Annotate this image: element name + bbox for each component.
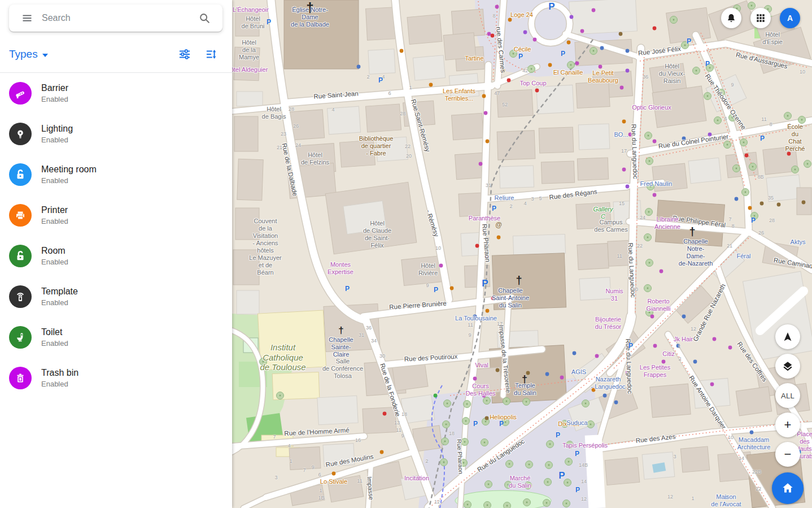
remote-device-icon: [9, 285, 32, 308]
list-item-status: Enabled: [41, 136, 73, 144]
layers-icon: [782, 360, 794, 372]
list-item-status: Enabled: [41, 380, 78, 388]
barrier-icon: [9, 82, 32, 105]
list-item-status: Enabled: [41, 95, 68, 103]
types-title: Types: [9, 48, 38, 60]
chevron-down-icon: [42, 54, 48, 57]
list-item-trash-bin[interactable]: Trash bin Enabled: [0, 358, 232, 398]
avatar[interactable]: A: [780, 8, 800, 28]
list-item-room[interactable]: Room Enabled: [0, 236, 232, 276]
plus-icon: +: [784, 419, 792, 431]
list-item-status: Enabled: [41, 339, 68, 348]
types-dropdown[interactable]: Types: [9, 48, 48, 60]
list-item-meeting-room[interactable]: Meeting room Enabled: [0, 154, 232, 195]
apps-grid-icon: [756, 13, 766, 23]
lock-open-icon: [9, 163, 32, 186]
list-item-template[interactable]: Template Enabled: [0, 276, 232, 317]
search-input[interactable]: [38, 13, 193, 23]
list-item-status: Enabled: [41, 176, 97, 185]
map-base: [232, 0, 812, 508]
list-item-barrier[interactable]: Barrier Enabled: [0, 73, 232, 114]
home-button[interactable]: [772, 472, 804, 504]
list-item-label: Template: [41, 286, 78, 297]
list-item-toilet[interactable]: Toilet Enabled: [0, 317, 232, 358]
search-button[interactable]: [193, 7, 216, 29]
list-item-label: Toilet: [41, 327, 68, 337]
bell-icon: [726, 12, 737, 24]
show-all-button[interactable]: ALL: [775, 383, 800, 408]
printer-icon: [9, 204, 32, 227]
navigation-arrow-icon: [782, 331, 794, 343]
list-item-label: Lighting: [41, 124, 73, 134]
tune-icon: [178, 48, 191, 60]
list-item-status: Enabled: [41, 217, 68, 225]
list-item-status: Enabled: [41, 298, 78, 307]
sort-button[interactable]: [200, 43, 223, 66]
minus-icon: −: [784, 448, 792, 461]
list-item-printer[interactable]: Printer Enabled: [0, 195, 232, 236]
list-item-label: Printer: [41, 205, 68, 215]
filter-button[interactable]: [173, 43, 196, 66]
layers-button[interactable]: [775, 354, 800, 379]
list-item-label: Barrier: [41, 83, 68, 93]
list-item-label: Meeting room: [41, 164, 97, 175]
menu-button[interactable]: [16, 7, 38, 29]
type-list: Barrier Enabled Lighting Enabled Meeti: [0, 73, 232, 398]
toilet-icon: [9, 326, 32, 349]
all-label: ALL: [781, 392, 794, 400]
search-bar: [9, 5, 222, 32]
map-canvas[interactable]: Rue Saint-JeanRue de la DalbadeRue Saint…: [232, 0, 812, 508]
home-icon: [780, 481, 795, 496]
types-header: Types: [0, 41, 232, 68]
compass-button[interactable]: [775, 324, 800, 349]
trash-icon: [9, 367, 32, 389]
sort-icon: [206, 48, 218, 60]
zoom-in-button[interactable]: +: [775, 413, 800, 437]
lightbulb-icon: [9, 123, 32, 145]
hamburger-icon: [21, 12, 33, 24]
zoom-out-button[interactable]: −: [775, 442, 800, 467]
apps-button[interactable]: [750, 8, 771, 28]
lock-open-icon: [9, 245, 32, 267]
list-item-status: Enabled: [41, 258, 68, 266]
search-icon: [198, 12, 211, 24]
notifications-button[interactable]: [721, 8, 741, 28]
list-item-label: Room: [41, 246, 68, 256]
list-item-lighting[interactable]: Lighting Enabled: [0, 114, 232, 154]
list-item-label: Trash bin: [41, 368, 78, 378]
sidebar: Types: [0, 0, 232, 508]
avatar-letter: A: [787, 14, 793, 23]
